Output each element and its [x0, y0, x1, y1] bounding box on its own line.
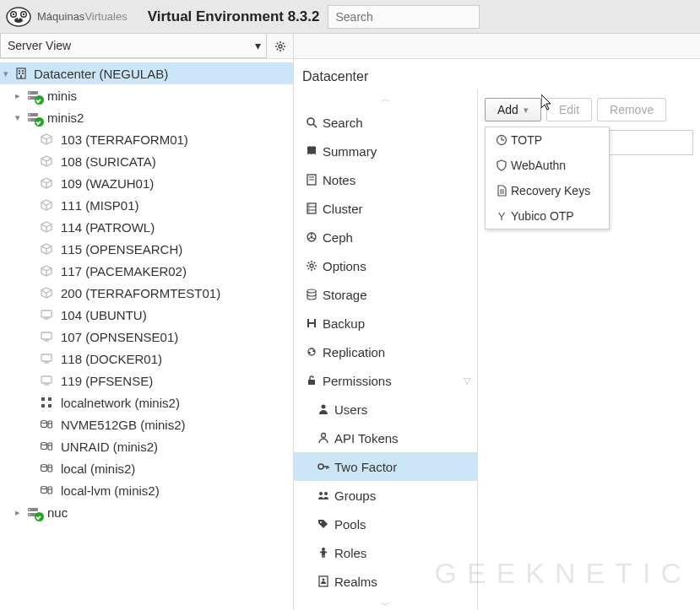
nav-groups[interactable]: Groups: [294, 481, 477, 510]
tags-icon: [312, 517, 334, 531]
nav-label: API Tokens: [334, 431, 399, 445]
tree-item[interactable]: ▸107 (OPNSENSE01): [0, 326, 293, 348]
nav-label: Groups: [334, 489, 376, 503]
menu-label: Yubico OTP: [511, 209, 574, 223]
server-view-dropdown[interactable]: Server View ▾: [0, 34, 267, 58]
tree-item[interactable]: ▸114 (PATROWL): [0, 216, 293, 238]
tree-item-label: 117 (PACEMAKER02): [61, 264, 187, 278]
expand-arrow[interactable]: ▸: [12, 507, 24, 518]
nav-twofactor[interactable]: Two Factor: [294, 452, 477, 481]
storage-icon: [37, 461, 56, 476]
tree-item-label: 118 (DOCKER01): [61, 352, 162, 366]
tree-item[interactable]: ▸NVME512GB (minis2): [0, 413, 293, 435]
menu-totp[interactable]: TOTP: [486, 127, 609, 153]
tree-item-label: localnetwork (minis2): [61, 396, 180, 410]
server-icon: [301, 202, 323, 215]
nav-scroll-down[interactable]: ﹀: [294, 596, 477, 610]
content-pane: Add ▾ Edit Remove TOTPWebAuthnRecovery K…: [478, 89, 700, 610]
tree-item[interactable]: ▸111 (MISP01): [0, 194, 293, 216]
nav-replication[interactable]: Replication: [294, 337, 477, 366]
vm-icon: [37, 351, 56, 366]
expand-arrow[interactable]: ▾: [12, 112, 24, 123]
search-input[interactable]: [328, 5, 480, 29]
app-header: MáquinasVirtuales Virtual Environment 8.…: [0, 0, 700, 34]
nav-apitokens[interactable]: API Tokens: [294, 424, 477, 452]
nav-options[interactable]: Options: [294, 251, 477, 280]
tree-root-datacenter[interactable]: ▾ Datacenter (NEGULAB): [0, 62, 293, 84]
vm-icon: [37, 307, 56, 322]
nav-cluster[interactable]: Cluster: [294, 194, 477, 223]
tree-item-label: nuc: [47, 505, 68, 520]
node-icon: [24, 505, 42, 520]
nav-label: Cluster: [323, 202, 363, 216]
sdn-icon: [37, 395, 56, 410]
save-icon: [301, 316, 323, 330]
add-button[interactable]: Add ▾: [485, 98, 541, 121]
nav-label: Summary: [323, 144, 377, 159]
nav-label: Backup: [323, 316, 365, 331]
db-icon: [301, 288, 323, 301]
y-icon: [492, 209, 511, 223]
nav-label: Permissions: [323, 374, 392, 388]
logo-icon: [3, 4, 34, 30]
tree-item[interactable]: ▸local-lvm (minis2): [0, 479, 293, 501]
tree-item-label: 114 (PATROWL): [61, 220, 155, 235]
tree-item[interactable]: ▸nuc: [0, 501, 293, 523]
remove-button[interactable]: Remove: [597, 98, 666, 121]
storage-icon: [37, 439, 56, 454]
tree-item[interactable]: ▸118 (DOCKER01): [0, 348, 293, 370]
menu-recovery[interactable]: Recovery Keys: [486, 178, 609, 203]
chevron-down-icon: ▽: [464, 375, 470, 386]
nav-label: Storage: [323, 288, 367, 302]
edit-button[interactable]: Edit: [546, 98, 592, 121]
nav-label: Search: [323, 116, 363, 130]
group-icon: [312, 489, 334, 502]
menu-webauthn[interactable]: WebAuthn: [486, 153, 609, 178]
nav-label: Roles: [334, 546, 366, 560]
addressbook-icon: [312, 575, 334, 588]
tree-item[interactable]: ▸localnetwork (minis2): [0, 391, 293, 413]
ct-icon: [37, 241, 56, 256]
nav-ceph[interactable]: Ceph: [294, 223, 477, 251]
nav-summary[interactable]: Summary: [294, 137, 477, 165]
nav-label: Replication: [323, 345, 385, 359]
shield-icon: [492, 159, 511, 172]
vm-icon: [37, 373, 56, 388]
tree-item[interactable]: ▸108 (SURICATA): [0, 150, 293, 172]
repl-icon: [301, 345, 323, 359]
ct-icon: [37, 219, 56, 235]
nav-backup[interactable]: Backup: [294, 309, 477, 337]
node-icon: [24, 88, 42, 103]
settings-button[interactable]: [267, 34, 294, 58]
tree-item[interactable]: ▸119 (PFSENSE): [0, 370, 293, 391]
menu-label: TOTP: [511, 133, 542, 147]
tree-item[interactable]: ▸minis: [0, 84, 293, 106]
tree-item[interactable]: ▾minis2: [0, 106, 293, 128]
menu-yubico[interactable]: Yubico OTP: [486, 203, 609, 229]
nav-permissions[interactable]: Permissions▽: [294, 366, 477, 395]
nav-users[interactable]: Users: [294, 395, 477, 424]
global-search[interactable]: [328, 5, 480, 29]
nav-search[interactable]: Search: [294, 108, 477, 137]
gear-icon: [301, 259, 323, 273]
tree-item[interactable]: ▸115 (OPENSEARCH): [0, 238, 293, 260]
nav-notes[interactable]: Notes: [294, 165, 477, 194]
tree-item[interactable]: ▸103 (TERRAFORM01): [0, 128, 293, 150]
nav-pools[interactable]: Pools: [294, 510, 477, 538]
add-menu: TOTPWebAuthnRecovery KeysYubico OTP: [485, 127, 610, 229]
tree-item[interactable]: ▸117 (PACEMAKER02): [0, 260, 293, 282]
ct-icon: [37, 285, 56, 300]
nav-label: Options: [323, 259, 366, 273]
tree-item-label: UNRAID (minis2): [61, 440, 158, 454]
tree-item-label: local-lvm (minis2): [61, 483, 160, 498]
tree-item[interactable]: ▸109 (WAZUH01): [0, 172, 293, 194]
expand-arrow[interactable]: ▸: [12, 90, 24, 101]
tree-item-label: local (minis2): [61, 462, 135, 476]
tree-item[interactable]: ▸104 (UBUNTU): [0, 304, 293, 326]
nav-scroll-up[interactable]: ︿: [294, 89, 477, 108]
watermark-text: GEEKNETIC: [435, 557, 692, 590]
tree-item[interactable]: ▸UNRAID (minis2): [0, 435, 293, 457]
tree-item[interactable]: ▸local (minis2): [0, 457, 293, 479]
tree-item[interactable]: ▸200 (TERRAFORMTEST01): [0, 282, 293, 304]
nav-storage[interactable]: Storage: [294, 280, 477, 309]
